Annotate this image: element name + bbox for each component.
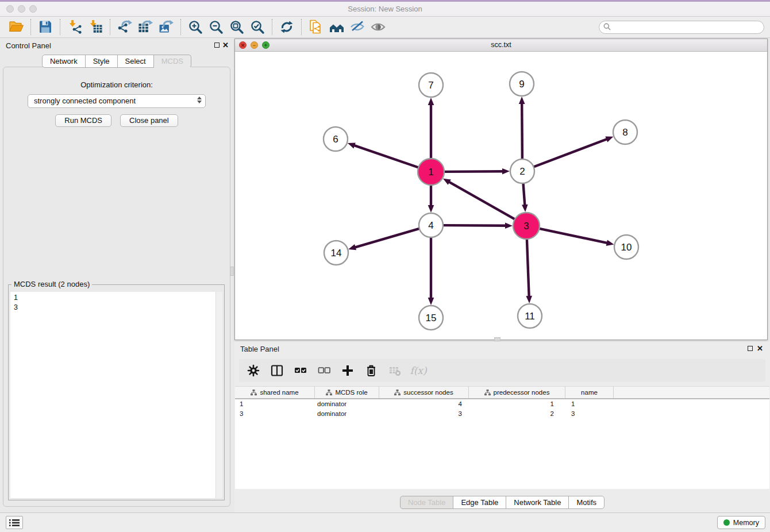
tab-node-table[interactable]: Node Table [400, 496, 454, 509]
export-network-icon[interactable] [114, 18, 135, 36]
application-window: Session: New Session Control Panel ✕ Net… [0, 0, 770, 532]
edge-arrowhead [428, 205, 434, 213]
network-canvas[interactable]: 7968124314101511 [235, 52, 767, 340]
tab-network[interactable]: Network [42, 55, 86, 68]
graph-edge-1-6[interactable] [353, 145, 418, 168]
hide-selected-icon[interactable] [347, 18, 368, 36]
table-row[interactable]: 3dominator323 [235, 409, 769, 419]
close-panel-icon[interactable]: ✕ [222, 41, 229, 50]
control-panel-tabs: NetworkStyleSelectMCDS [0, 55, 233, 68]
refresh-layout-icon[interactable] [276, 18, 297, 36]
graph-node-9[interactable]: 9 [510, 72, 534, 96]
import-network-icon[interactable] [64, 18, 85, 36]
show-all-icon[interactable] [368, 18, 388, 36]
graph-edge-3-11[interactable] [527, 239, 529, 297]
table-cell: 1 [235, 399, 315, 409]
optimization-criterion-label: Optimization criterion: [3, 80, 230, 89]
tab-mcds[interactable]: MCDS [153, 55, 191, 68]
graph-edge-3-1[interactable] [449, 182, 515, 219]
search-input[interactable] [599, 21, 764, 34]
node-label: 15 [426, 313, 437, 323]
status-bar: Memory [0, 512, 770, 532]
close-table-panel-icon[interactable]: ✕ [757, 344, 763, 353]
zoom-selected-icon[interactable] [247, 18, 268, 36]
export-image-icon[interactable] [156, 18, 176, 36]
zoom-out-icon[interactable] [206, 18, 226, 36]
mcds-result-text: 1 3 [14, 293, 18, 313]
columns-icon[interactable] [270, 363, 284, 378]
graph-edge-4-3[interactable] [443, 225, 506, 226]
graph-edge-2-3[interactable] [523, 183, 525, 206]
graph-node-8[interactable]: 8 [613, 120, 637, 144]
graph-edge-4-14[interactable] [355, 229, 419, 248]
graph-node-11[interactable]: 11 [518, 304, 542, 328]
add-column-icon[interactable] [340, 363, 355, 378]
tab-style[interactable]: Style [85, 55, 118, 68]
graph-node-10[interactable]: 10 [614, 235, 638, 259]
optimization-criterion-select[interactable]: strongly connected component [28, 94, 206, 108]
list-icon [9, 519, 20, 527]
open-session-icon[interactable] [6, 18, 26, 36]
graph-node-3[interactable]: 3 [513, 213, 540, 239]
toolbar-separator [30, 19, 31, 35]
column-header-name[interactable]: name [565, 387, 614, 398]
gear-icon[interactable] [246, 363, 261, 378]
horizontal-splitter-handle[interactable] [494, 337, 500, 341]
result-scrollbar[interactable] [215, 292, 222, 498]
column-header-successor-nodes[interactable]: successor nodes [379, 387, 469, 398]
save-session-icon[interactable] [35, 18, 56, 36]
node-label: 7 [428, 80, 433, 91]
zoom-in-icon[interactable] [185, 18, 206, 36]
column-header-shared-name[interactable]: shared name [235, 387, 315, 398]
graph-node-6[interactable]: 6 [324, 127, 348, 151]
float-panel-icon[interactable] [214, 43, 220, 48]
mcds-result-textarea[interactable]: 1 3 [10, 292, 222, 498]
import-table-icon[interactable] [85, 18, 106, 36]
graph-node-4[interactable]: 4 [419, 213, 443, 237]
close-panel-button[interactable]: Close panel [120, 114, 178, 127]
deselect-all-icon[interactable] [317, 363, 332, 378]
memory-label: Memory [733, 519, 759, 527]
table-cell: dominator [315, 409, 379, 419]
node-label: 14 [331, 248, 342, 259]
edge-arrowhead [605, 137, 613, 142]
neighbors-icon[interactable] [326, 18, 347, 36]
zoom-fit-icon[interactable] [226, 18, 247, 36]
graph-edge-3-10[interactable] [540, 229, 608, 243]
table-cell: 1 [469, 399, 565, 409]
edge-arrowhead [522, 205, 528, 212]
graph-node-7[interactable]: 7 [419, 73, 443, 97]
tab-select[interactable]: Select [117, 55, 154, 68]
column-type-icon [484, 390, 491, 396]
graph-node-2[interactable]: 2 [510, 159, 534, 183]
export-table-icon[interactable] [135, 18, 156, 36]
graph-node-1[interactable]: 1 [418, 159, 444, 185]
table-cell: dominator [315, 399, 379, 409]
run-mcds-button[interactable]: Run MCDS [55, 114, 111, 127]
delete-column-icon[interactable] [364, 363, 379, 378]
graph-edge-2-9[interactable] [522, 103, 522, 159]
node-label: 9 [519, 79, 524, 90]
task-history-button[interactable] [6, 516, 23, 529]
column-label: shared name [260, 389, 298, 396]
tab-edge-table[interactable]: Edge Table [453, 496, 506, 509]
float-table-panel-icon[interactable] [748, 346, 753, 351]
graph-node-15[interactable]: 15 [419, 306, 443, 330]
select-all-icon[interactable] [293, 363, 308, 378]
table-panel: Table Panel ✕ f(x) shared nameMCDS roles… [234, 342, 770, 512]
tab-network-table[interactable]: Network Table [506, 496, 569, 509]
node-label: 1 [428, 167, 433, 178]
graph-edge-1-2[interactable] [444, 171, 503, 172]
duplicate-network-icon[interactable] [306, 18, 326, 36]
column-header-mcds-role[interactable]: MCDS role [315, 387, 379, 398]
memory-button[interactable]: Memory [717, 516, 765, 529]
table-row[interactable]: 1dominator411 [235, 399, 769, 409]
table-cell: 3 [379, 409, 469, 419]
column-header-predecessor-nodes[interactable]: predecessor nodes [469, 387, 565, 398]
graph-edge-2-8[interactable] [534, 139, 608, 167]
vertical-splitter-handle[interactable] [230, 267, 234, 276]
tab-motifs[interactable]: Motifs [568, 496, 605, 509]
control-panel-title: Control Panel [6, 41, 51, 50]
window-title: Session: New Session [0, 2, 770, 16]
graph-node-14[interactable]: 14 [324, 241, 348, 265]
